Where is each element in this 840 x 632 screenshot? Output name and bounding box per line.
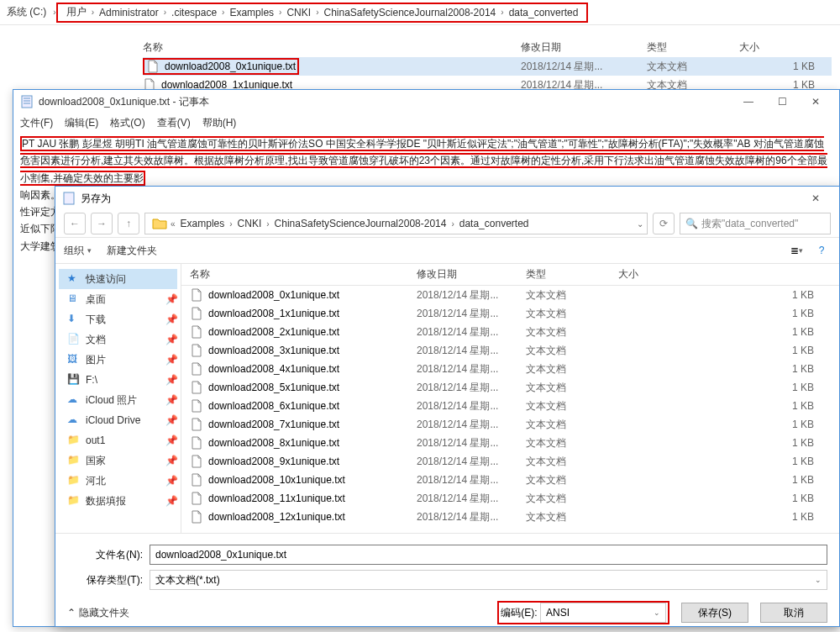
sidebar-label: 国家 <box>86 454 106 468</box>
breadcrumb-item[interactable]: Examples <box>176 218 230 229</box>
breadcrumb-item[interactable]: 用户 <box>61 5 92 19</box>
view-options-icon[interactable]: ≣ ▾ <box>787 242 806 259</box>
dialog-title: 另存为 <box>81 192 799 206</box>
sidebar-item[interactable]: 🖥桌面📌 <box>59 289 177 309</box>
text-file-icon <box>190 399 203 413</box>
col-type[interactable]: 类型 <box>526 267 618 282</box>
organize-button[interactable]: 组织 ▾ <box>64 244 92 258</box>
hide-folders-toggle[interactable]: ⌃ 隐藏文件夹 <box>67 606 129 620</box>
maximize-icon[interactable]: ☐ <box>765 91 799 113</box>
breadcrumb-item[interactable]: data_converted <box>454 218 534 229</box>
file-row[interactable]: download2008_2x1unique.txt2018/12/14 星期.… <box>181 323 839 341</box>
new-folder-button[interactable]: 新建文件夹 <box>107 244 157 258</box>
breadcrumb-item[interactable]: .citespace <box>166 7 222 18</box>
filename-label: 文件名(N): <box>67 548 143 562</box>
file-row[interactable]: download2008_7x1unique.txt2018/12/14 星期.… <box>181 415 839 434</box>
file-name: download2008_9x1unique.txt <box>208 456 339 467</box>
file-size: 1 KB <box>618 382 839 393</box>
sidebar-label: 下载 <box>86 313 106 327</box>
breadcrumb-item[interactable]: ChinaSafetyScienceJournal2008-2014 <box>318 7 501 18</box>
breadcrumb-item[interactable]: Administrator <box>94 7 164 18</box>
sidebar-label: F:\ <box>86 374 97 386</box>
menu-item[interactable]: 查看(V) <box>157 116 191 130</box>
folder-icon: 📁 <box>67 454 81 467</box>
breadcrumb-item[interactable]: CNKI <box>281 7 316 18</box>
file-date: 2018/12/14 星期... <box>417 288 526 303</box>
up-icon[interactable]: ↑ <box>118 213 139 234</box>
menu-item[interactable]: 格式(O) <box>110 116 144 130</box>
text-file-icon <box>146 60 160 73</box>
menu-item[interactable]: 帮助(H) <box>202 116 237 130</box>
search-input[interactable]: 🔍 搜索"data_converted" <box>680 213 831 234</box>
cancel-button[interactable]: 取消 <box>760 603 827 623</box>
sidebar-item[interactable]: ☁iCloud 照片📌 <box>59 390 177 410</box>
file-row[interactable]: download2008_0x1unique.txt2018/12/14 星期.… <box>181 286 839 304</box>
text-file-icon <box>190 418 203 431</box>
path-box[interactable]: « Examples›CNKI›ChinaSafetyScienceJourna… <box>144 213 648 234</box>
file-name: download2008_12x1unique.txt <box>208 511 345 523</box>
col-name[interactable]: 名称 <box>143 40 521 55</box>
file-row[interactable]: download2008_6x1unique.txt2018/12/14 星期.… <box>181 397 839 415</box>
sidebar-item[interactable]: ⬇下载📌 <box>59 309 177 329</box>
file-date: 2018/12/14 星期... <box>417 399 526 413</box>
dialog-titlebar[interactable]: 另存为 ✕ <box>55 187 839 210</box>
sidebar-item[interactable]: ☁iCloud Drive📌 <box>59 410 177 430</box>
save-button[interactable]: 保存(S) <box>681 603 748 623</box>
close-icon[interactable]: ✕ <box>799 91 832 113</box>
col-date[interactable]: 修改日期 <box>521 40 647 55</box>
file-row[interactable]: download2008_1x1unique.txt2018/12/14 星期.… <box>181 304 839 323</box>
close-icon[interactable]: ✕ <box>799 187 832 209</box>
menu-item[interactable]: 文件(F) <box>20 116 53 130</box>
text-file-icon <box>190 381 203 394</box>
col-date[interactable]: 修改日期 <box>417 267 526 282</box>
doc-icon: 📄 <box>67 333 81 346</box>
file-row[interactable]: download2008_8x1unique.txt2018/12/14 星期.… <box>181 434 839 452</box>
breadcrumb-item[interactable]: CNKI <box>233 218 267 229</box>
file-row[interactable]: download2008_11x1unique.txt2018/12/14 星期… <box>181 489 839 508</box>
menu-item[interactable]: 编辑(E) <box>65 116 98 130</box>
col-type[interactable]: 类型 <box>647 40 739 55</box>
sidebar-label: 文档 <box>86 333 106 347</box>
col-size[interactable]: 大小 <box>618 267 839 282</box>
file-size: 1 KB <box>618 511 839 523</box>
file-row[interactable]: download2008_3x1unique.txt2018/12/14 星期.… <box>181 341 839 360</box>
sidebar-item[interactable]: 💾F:\📌 <box>59 370 177 390</box>
save-type-select[interactable]: 文本文档(*.txt)⌄ <box>150 570 827 590</box>
encoding-select[interactable]: ANSI⌄ <box>540 603 666 623</box>
breadcrumb-item[interactable]: data_converted <box>504 7 584 18</box>
minimize-icon[interactable]: — <box>732 91 765 113</box>
file-type: 文本文档 <box>526 418 618 432</box>
file-row[interactable]: download2008_9x1unique.txt2018/12/14 星期.… <box>181 452 839 471</box>
dialog-addressbar: ← → ↑ « Examples›CNKI›ChinaSafetyScience… <box>55 210 839 237</box>
sidebar-item[interactable]: 📁国家📌 <box>59 450 177 471</box>
col-name[interactable]: 名称 <box>190 267 417 282</box>
sidebar-item[interactable]: 🖼图片📌 <box>59 350 177 370</box>
sidebar-item[interactable]: 📁out1📌 <box>59 430 177 450</box>
file-row[interactable]: download2008_0x1unique.txt2018/12/14 星期.… <box>143 57 832 76</box>
back-icon[interactable]: ← <box>64 213 86 234</box>
help-icon[interactable]: ? <box>812 242 831 259</box>
filename-input[interactable] <box>150 545 827 565</box>
file-row[interactable]: download2008_5x1unique.txt2018/12/14 星期.… <box>181 378 839 397</box>
chevron-down-icon[interactable]: ⌄ <box>637 219 643 229</box>
breadcrumb-item[interactable]: Examples <box>224 7 279 18</box>
sidebar-item[interactable]: 📁河北📌 <box>59 471 177 491</box>
notepad-titlebar[interactable]: download2008_0x1unique.txt - 记事本 — ☐ ✕ <box>13 90 839 113</box>
sidebar-item[interactable]: ★快速访问 <box>59 269 177 289</box>
col-size[interactable]: 大小 <box>739 40 832 55</box>
file-row[interactable]: download2008_12x1unique.txt2018/12/14 星期… <box>181 508 839 526</box>
file-date: 2018/12/14 星期... <box>417 362 526 377</box>
sidebar-label: 数据填报 <box>86 494 126 508</box>
file-row[interactable]: download2008_4x1unique.txt2018/12/14 星期.… <box>181 360 839 378</box>
refresh-icon[interactable]: ⟳ <box>653 213 675 234</box>
drive-label[interactable]: 系统 (C:) <box>0 5 53 19</box>
file-date: 2018/12/14 星期... <box>417 307 526 321</box>
breadcrumb-path[interactable]: 用户›Administrator›.citespace›Examples›CNK… <box>56 3 589 23</box>
desktop-icon: 🖥 <box>67 292 81 306</box>
forward-icon[interactable]: → <box>91 213 113 234</box>
highlighted-text: PT JAU 张鹏 彭星煜 胡明TI 油气管道腐蚀可靠性的贝叶斯评价法SO 中国… <box>20 136 827 186</box>
breadcrumb-item[interactable]: ChinaSafetyScienceJournal2008-2014 <box>270 218 452 229</box>
file-row[interactable]: download2008_10x1unique.txt2018/12/14 星期… <box>181 471 839 489</box>
sidebar-item[interactable]: 📁数据填报📌 <box>59 491 177 511</box>
sidebar-item[interactable]: 📄文档📌 <box>59 329 177 350</box>
